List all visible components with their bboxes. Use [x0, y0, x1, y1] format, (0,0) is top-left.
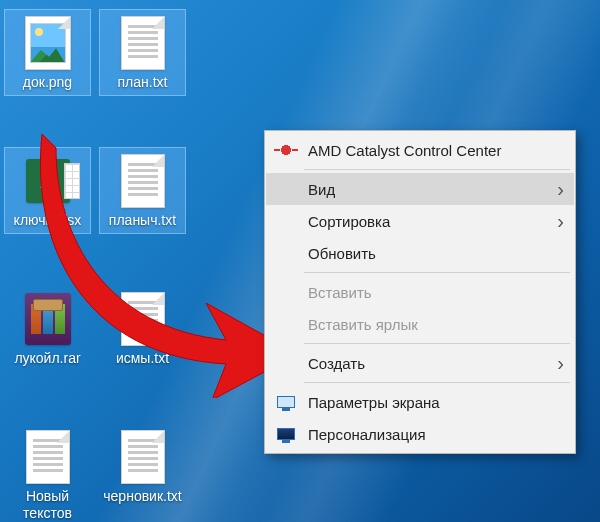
desktop-context-menu: AMD Catalyst Control CenterВид›Сортировк… [264, 130, 576, 454]
menu-item-sort[interactable]: Сортировка› [266, 205, 574, 237]
menu-item-label: AMD Catalyst Control Center [308, 142, 564, 159]
desktop-icon-novy[interactable]: Новый текстов [5, 424, 90, 522]
menu-separator [304, 169, 570, 170]
menu-separator [304, 272, 570, 273]
txt-file-icon [113, 14, 173, 72]
menu-item-label: Вставить [308, 284, 564, 301]
txt-file-icon [113, 290, 173, 348]
desktop-icon-label: Новый текстов [5, 488, 90, 522]
menu-icon-empty [274, 282, 298, 302]
menu-item-label: Вставить ярлык [308, 316, 564, 333]
desktop-icon-label: исмы.txt [100, 350, 185, 371]
desktop-icon-ismy[interactable]: исмы.txt [100, 286, 185, 371]
menu-icon-empty [274, 179, 298, 199]
submenu-arrow-icon: › [557, 352, 564, 375]
submenu-arrow-icon: › [557, 178, 564, 201]
desktop-icon-plan[interactable]: план.txt [100, 10, 185, 95]
monitor-icon [274, 392, 298, 412]
desktop-icon-label: ключи.xlsx [5, 212, 90, 233]
menu-icon-empty [274, 353, 298, 373]
menu-separator [304, 343, 570, 344]
menu-item-label: Сортировка [308, 213, 557, 230]
menu-separator [304, 382, 570, 383]
personalization-icon [274, 424, 298, 444]
image-file-icon [18, 14, 78, 72]
xlsx-file-icon: X [18, 152, 78, 210]
desktop-icon-label: план.txt [100, 74, 185, 95]
desktop-icon-label: лукойл.rar [5, 350, 90, 371]
txt-file-icon [113, 428, 173, 486]
amd-icon [274, 140, 298, 160]
desktop-icon-label: док.png [5, 74, 90, 95]
menu-item-pastelnk: Вставить ярлык [266, 308, 574, 340]
menu-item-personal[interactable]: Персонализация [266, 418, 574, 450]
menu-item-refresh[interactable]: Обновить [266, 237, 574, 269]
menu-item-label: Создать [308, 355, 557, 372]
desktop-icon-dokpng[interactable]: док.png [5, 10, 90, 95]
menu-item-label: Вид [308, 181, 557, 198]
desktop-icon-planych[interactable]: планыч.txt [100, 148, 185, 233]
menu-icon-empty [274, 211, 298, 231]
menu-icon-empty [274, 314, 298, 334]
menu-item-view[interactable]: Вид› [266, 173, 574, 205]
desktop-icon-label: планыч.txt [100, 212, 185, 233]
menu-item-amd[interactable]: AMD Catalyst Control Center [266, 134, 574, 166]
desktop-icon-chernovik[interactable]: черновик.txt [100, 424, 185, 509]
txt-file-icon [113, 152, 173, 210]
menu-item-paste: Вставить [266, 276, 574, 308]
menu-item-display[interactable]: Параметры экрана [266, 386, 574, 418]
desktop-icon-lukoil[interactable]: лукойл.rar [5, 286, 90, 371]
menu-item-label: Персонализация [308, 426, 564, 443]
desktop-icon-label: черновик.txt [100, 488, 185, 509]
desktop-icon-klyuchi[interactable]: Xключи.xlsx [5, 148, 90, 233]
menu-icon-empty [274, 243, 298, 263]
menu-item-label: Обновить [308, 245, 564, 262]
menu-item-create[interactable]: Создать› [266, 347, 574, 379]
menu-item-label: Параметры экрана [308, 394, 564, 411]
submenu-arrow-icon: › [557, 210, 564, 233]
txt-file-icon [18, 428, 78, 486]
rar-file-icon [18, 290, 78, 348]
